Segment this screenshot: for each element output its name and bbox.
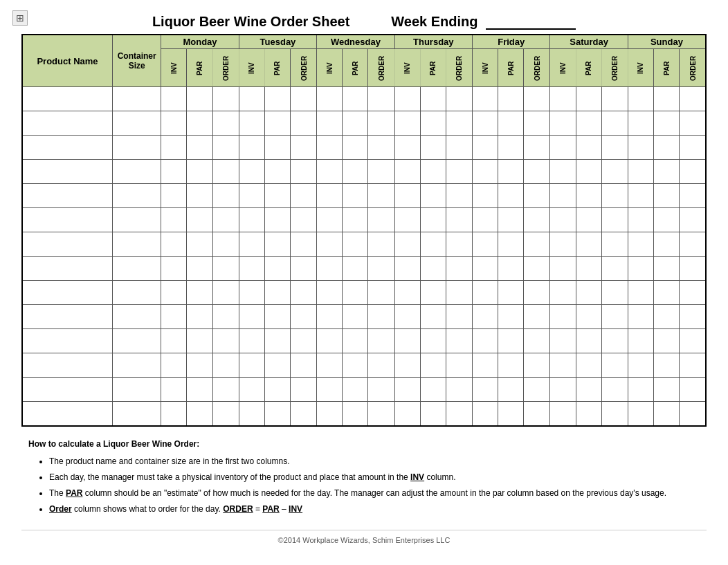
mon-inv-cell[interactable]	[161, 232, 187, 257]
sat-inv-cell[interactable]	[550, 402, 576, 426]
tue-inv-cell[interactable]	[239, 378, 264, 402]
thu-par-cell[interactable]	[420, 208, 446, 232]
fri-inv-cell[interactable]	[473, 378, 498, 402]
wed-order-cell[interactable]	[368, 208, 394, 232]
tue-order-cell[interactable]	[291, 353, 317, 378]
fri-inv-cell[interactable]	[473, 281, 498, 305]
container-size-cell[interactable]	[113, 232, 161, 257]
sun-inv-cell[interactable]	[628, 232, 653, 257]
container-size-cell[interactable]	[113, 208, 161, 232]
fri-par-cell[interactable]	[498, 329, 524, 353]
product-name-cell[interactable]	[22, 402, 113, 426]
thu-par-cell[interactable]	[420, 281, 446, 305]
sun-par-cell[interactable]	[654, 87, 680, 111]
sat-order-cell[interactable]	[601, 160, 628, 184]
sat-order-cell[interactable]	[601, 208, 628, 232]
sat-par-cell[interactable]	[576, 281, 601, 305]
container-size-cell[interactable]	[113, 305, 161, 329]
wed-inv-cell[interactable]	[317, 305, 343, 329]
sun-order-cell[interactable]	[680, 257, 706, 281]
container-size-cell[interactable]	[113, 184, 161, 208]
sun-order-cell[interactable]	[680, 160, 706, 184]
sat-inv-cell[interactable]	[550, 353, 576, 378]
sun-inv-cell[interactable]	[628, 378, 653, 402]
sat-par-cell[interactable]	[576, 353, 601, 378]
sat-order-cell[interactable]	[601, 378, 628, 402]
container-size-cell[interactable]	[113, 160, 161, 184]
fri-order-cell[interactable]	[524, 87, 550, 111]
tue-order-cell[interactable]	[291, 257, 317, 281]
fri-par-cell[interactable]	[498, 281, 524, 305]
mon-inv-cell[interactable]	[161, 257, 187, 281]
sun-inv-cell[interactable]	[628, 402, 653, 426]
product-name-cell[interactable]	[22, 281, 113, 305]
sun-order-cell[interactable]	[680, 208, 706, 232]
thu-par-cell[interactable]	[420, 160, 446, 184]
mon-order-cell[interactable]	[212, 353, 239, 378]
sat-inv-cell[interactable]	[550, 136, 576, 160]
fri-par-cell[interactable]	[498, 353, 524, 378]
thu-par-cell[interactable]	[420, 305, 446, 329]
tue-par-cell[interactable]	[264, 136, 290, 160]
fri-order-cell[interactable]	[524, 111, 550, 136]
sun-inv-cell[interactable]	[628, 353, 653, 378]
container-size-cell[interactable]	[113, 281, 161, 305]
sat-inv-cell[interactable]	[550, 111, 576, 136]
container-size-cell[interactable]	[113, 87, 161, 111]
tue-order-cell[interactable]	[291, 160, 317, 184]
sun-inv-cell[interactable]	[628, 160, 653, 184]
sat-par-cell[interactable]	[576, 378, 601, 402]
mon-order-cell[interactable]	[212, 87, 239, 111]
mon-order-cell[interactable]	[212, 378, 239, 402]
sat-par-cell[interactable]	[576, 257, 601, 281]
tue-order-cell[interactable]	[291, 232, 317, 257]
mon-inv-cell[interactable]	[161, 184, 187, 208]
sat-order-cell[interactable]	[601, 257, 628, 281]
fri-par-cell[interactable]	[498, 136, 524, 160]
fri-par-cell[interactable]	[498, 87, 524, 111]
tue-order-cell[interactable]	[291, 402, 317, 426]
product-name-cell[interactable]	[22, 305, 113, 329]
product-name-cell[interactable]	[22, 329, 113, 353]
mon-order-cell[interactable]	[212, 136, 239, 160]
thu-inv-cell[interactable]	[394, 305, 420, 329]
tue-par-cell[interactable]	[264, 353, 290, 378]
sat-order-cell[interactable]	[601, 353, 628, 378]
thu-order-cell[interactable]	[446, 111, 472, 136]
sat-order-cell[interactable]	[601, 305, 628, 329]
sat-inv-cell[interactable]	[550, 378, 576, 402]
wed-order-cell[interactable]	[368, 329, 394, 353]
fri-order-cell[interactable]	[524, 160, 550, 184]
wed-inv-cell[interactable]	[317, 402, 343, 426]
sun-order-cell[interactable]	[680, 353, 706, 378]
fri-order-cell[interactable]	[524, 402, 550, 426]
wed-order-cell[interactable]	[368, 402, 394, 426]
tue-order-cell[interactable]	[291, 329, 317, 353]
mon-par-cell[interactable]	[187, 353, 212, 378]
container-size-cell[interactable]	[113, 111, 161, 136]
wed-order-cell[interactable]	[368, 305, 394, 329]
fri-order-cell[interactable]	[524, 378, 550, 402]
wed-order-cell[interactable]	[368, 232, 394, 257]
mon-par-cell[interactable]	[187, 184, 212, 208]
thu-order-cell[interactable]	[446, 257, 472, 281]
sun-inv-cell[interactable]	[628, 111, 653, 136]
tue-par-cell[interactable]	[264, 329, 290, 353]
sun-par-cell[interactable]	[654, 329, 680, 353]
wed-order-cell[interactable]	[368, 87, 394, 111]
thu-order-cell[interactable]	[446, 329, 472, 353]
sat-par-cell[interactable]	[576, 160, 601, 184]
sun-par-cell[interactable]	[654, 353, 680, 378]
fri-order-cell[interactable]	[524, 329, 550, 353]
mon-par-cell[interactable]	[187, 87, 212, 111]
tue-inv-cell[interactable]	[239, 208, 264, 232]
mon-order-cell[interactable]	[212, 111, 239, 136]
sat-inv-cell[interactable]	[550, 257, 576, 281]
tue-par-cell[interactable]	[264, 305, 290, 329]
tue-inv-cell[interactable]	[239, 136, 264, 160]
mon-inv-cell[interactable]	[161, 136, 187, 160]
wed-inv-cell[interactable]	[317, 208, 343, 232]
product-name-cell[interactable]	[22, 232, 113, 257]
product-name-cell[interactable]	[22, 160, 113, 184]
thu-inv-cell[interactable]	[394, 232, 420, 257]
